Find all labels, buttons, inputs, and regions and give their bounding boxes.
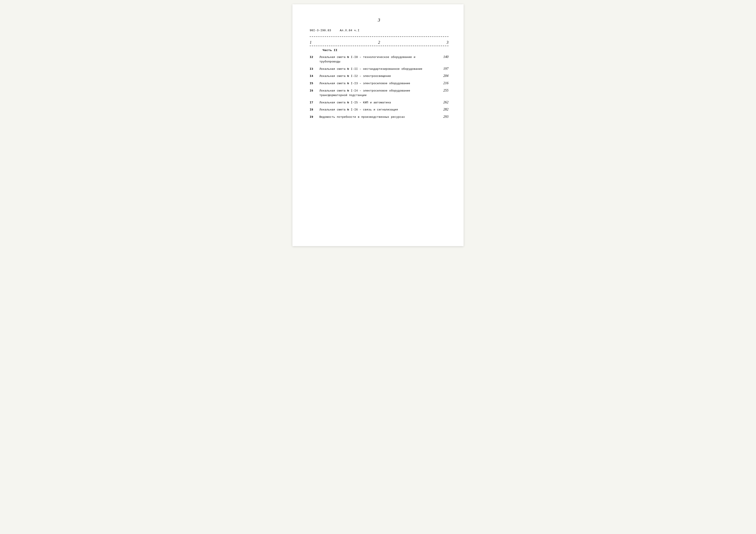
row-num-4: I6 [310, 89, 319, 92]
row-num-7: I9 [310, 115, 319, 119]
row-desc-5: Локальная смета № I-I5 – КИП и автоматик… [319, 101, 437, 105]
row-num-2: I4 [310, 74, 319, 78]
column-headers-row: 1 2 3 [310, 40, 448, 46]
row-desc-3: Локальная смета № I-I3 – электросиловое … [319, 81, 437, 86]
table-row: I4 Локальная смета № I-I2 – электроосвещ… [310, 74, 448, 79]
table-row: I6 Локальная смета № I-I4 – электросилов… [310, 89, 448, 98]
col1-header: 1 [310, 40, 323, 45]
row-desc-2: Локальная смета № I-I2 – электроосвещени… [319, 74, 437, 79]
row-page-4: 255 [437, 89, 448, 92]
row-desc-0: Локальная смета № I-I0 – технологическое… [319, 55, 437, 64]
row-num-5: I7 [310, 101, 319, 104]
row-page-0: 140 [437, 55, 448, 59]
table-row: I9 Ведомость потребности в производствен… [310, 115, 448, 119]
table-content: I2 Локальная смета № I-I0 – технологичес… [310, 55, 448, 119]
row-desc-1: Локальная смета № I-II – нестандартизиро… [319, 67, 437, 71]
document-header: 90I-3-I90.83 Ал.X.84 ч.I [310, 29, 448, 32]
table-row: I5 Локальная смета № I-I3 – электросилов… [310, 81, 448, 86]
row-page-7: 293 [437, 115, 448, 119]
section-title: Часть II [323, 49, 448, 52]
row-num-0: I2 [310, 56, 319, 59]
row-desc-4: Локальная смета № I-I4 – электросиловое … [319, 89, 437, 98]
doc-code: 90I-3-I90.83 [310, 29, 331, 32]
row-num-1: I3 [310, 67, 319, 71]
table-row: I7 Локальная смета № I-I5 – КИП и автома… [310, 100, 448, 105]
table-row: I3 Локальная смета № I-II – нестандартиз… [310, 67, 448, 71]
top-dashed-line [310, 37, 448, 38]
col3-header: 3 [446, 40, 448, 45]
table-row: I8 Локальная смета № I-I6 – связь и сигн… [310, 108, 448, 112]
page-number: 3 [310, 17, 448, 23]
row-page-2: 204 [437, 74, 448, 78]
row-num-3: I5 [310, 82, 319, 85]
row-page-5: 262 [437, 100, 448, 104]
row-desc-6: Локальная смета № I-I6 – связь и сигнали… [319, 108, 437, 112]
row-page-3: 216 [437, 81, 448, 85]
row-page-1: 197 [437, 67, 448, 71]
row-desc-7: Ведомость потребности в производственных… [319, 115, 437, 119]
row-page-6: 282 [437, 108, 448, 111]
doc-ref: Ал.X.84 ч.I [340, 29, 360, 32]
document-page: 3 90I-3-I90.83 Ал.X.84 ч.I 1 2 3 Часть I… [292, 4, 464, 246]
row-num-6: I8 [310, 108, 319, 111]
table-row: I2 Локальная смета № I-I0 – технологичес… [310, 55, 448, 64]
col2-header: 2 [378, 40, 380, 45]
